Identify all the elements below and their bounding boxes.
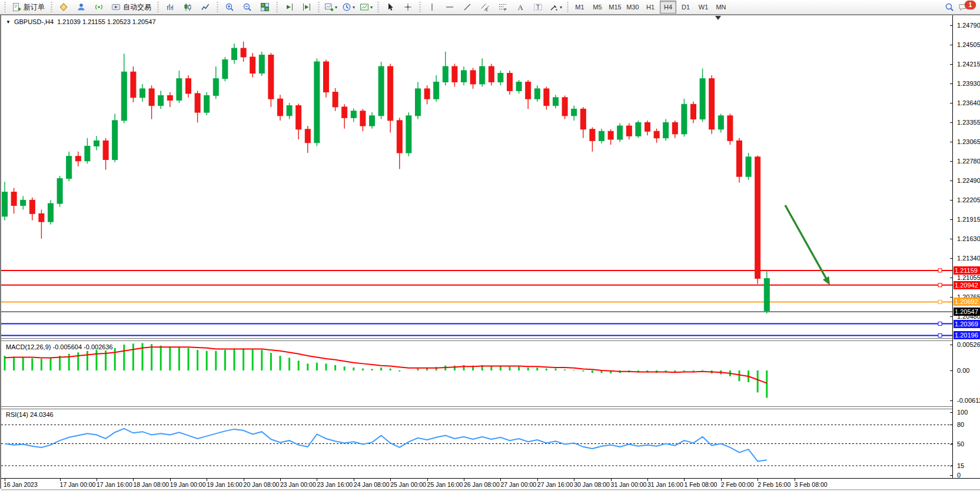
chart-dropdown-icon[interactable]: ▼ (6, 19, 11, 25)
axis-tick (950, 161, 953, 162)
time-axis-label: 19 Jan 16:00 (207, 481, 242, 488)
crosshair-icon (403, 2, 413, 12)
timeframe-button-H1[interactable]: H1 (642, 1, 659, 14)
arrows-button[interactable]: ▾ (547, 0, 564, 14)
toolbar-gripper[interactable] (317, 2, 320, 12)
crosshair-button[interactable] (399, 0, 417, 14)
tile-windows-button[interactable] (256, 0, 274, 14)
signals-button[interactable] (90, 0, 108, 14)
candlestick (654, 131, 659, 138)
new-chart-button[interactable]: ▾ (322, 0, 340, 14)
chevron-down-icon: ▾ (353, 5, 355, 10)
timeframe-button-MN[interactable]: MN (713, 1, 729, 14)
trendline-button[interactable] (459, 0, 476, 14)
axis-tick (950, 258, 953, 259)
line-handle[interactable] (938, 269, 942, 272)
rsi-axis-label: 80 (957, 421, 964, 428)
time-axis-label: 26 Jan 08:00 (464, 481, 500, 488)
price-axis-label: 1.24215 (957, 61, 980, 68)
toolbar-gripper[interactable] (275, 2, 278, 12)
zoom-in-button[interactable] (221, 0, 238, 14)
timeframe-button-M5[interactable]: M5 (589, 1, 606, 14)
bar-chart-button[interactable] (161, 0, 179, 14)
price-axis[interactable]: 1.247901.245051.242151.239301.236401.233… (953, 15, 980, 478)
chart-shift-marker-icon[interactable] (715, 16, 721, 20)
candlestick (443, 66, 448, 82)
search-button[interactable] (941, 0, 958, 14)
main-price-pane[interactable] (1, 15, 952, 338)
timeframe-button-M30[interactable]: M30 (624, 1, 641, 14)
svg-text:F: F (504, 8, 507, 12)
axis-tick (950, 425, 953, 425)
vertical-line-button[interactable] (423, 0, 441, 14)
axis-tick (950, 200, 953, 201)
tile-windows-icon (260, 2, 270, 12)
candlestick (709, 79, 715, 129)
candlestick (360, 111, 366, 126)
toolbar-gripper[interactable] (216, 2, 219, 12)
candlestick (186, 79, 191, 93)
chart-title: ▼ GBPUSD-,H4 1.21039 1.21155 1.20523 1.2… (6, 18, 156, 25)
line-chart-button[interactable] (197, 0, 214, 14)
line-handle[interactable] (938, 283, 942, 287)
equidistant-channel-button[interactable]: E (476, 0, 494, 14)
notifications-button[interactable]: 1 (958, 0, 978, 14)
chart-shift-button[interactable] (298, 0, 315, 14)
timeframe-button-M1[interactable]: M1 (572, 1, 588, 14)
zoom-out-button[interactable] (238, 0, 256, 14)
candlestick (103, 141, 108, 159)
fibonacci-button[interactable]: F (494, 0, 511, 14)
macd-pane[interactable] (1, 340, 952, 406)
new-order-button[interactable]: 新订单 (8, 0, 48, 14)
candlestick (636, 122, 641, 136)
navigator-button[interactable] (72, 0, 90, 14)
toolbar-gripper[interactable] (4, 2, 6, 12)
text-button[interactable]: A (511, 0, 529, 14)
timeframe-button-W1[interactable]: W1 (695, 1, 712, 14)
rsi-line (5, 429, 767, 462)
axis-tick (950, 219, 953, 220)
toolbar-gripper[interactable] (418, 2, 421, 12)
cursor-button[interactable] (381, 0, 399, 14)
toolbar-gripper[interactable] (157, 2, 160, 12)
candle-chart-button[interactable] (179, 0, 197, 14)
candlestick (764, 279, 769, 311)
timeframe-button-H4[interactable]: H4 (660, 1, 676, 14)
candlestick (461, 71, 467, 82)
timeframe-button-D1[interactable]: D1 (677, 1, 694, 14)
candlestick (195, 93, 200, 112)
text-label-button[interactable]: T (529, 0, 547, 14)
candlestick (296, 106, 301, 129)
axis-tick (950, 181, 953, 181)
arrow-annotation[interactable] (785, 205, 828, 281)
candlestick (682, 104, 687, 134)
new-order-label: 新订单 (24, 2, 45, 12)
line-handle[interactable] (938, 300, 942, 303)
candlestick (580, 109, 586, 129)
time-axis[interactable]: 16 Jan 202317 Jan 00:0017 Jan 16:0018 Ja… (1, 478, 980, 490)
candlestick (259, 55, 264, 74)
time-axis-label: 17 Jan 00:00 (60, 481, 96, 488)
timeframe-button-M15[interactable]: M15 (607, 1, 623, 14)
candlestick (370, 116, 375, 126)
period-icon (342, 2, 351, 12)
line-handle[interactable] (938, 322, 942, 326)
horizontal-line-button[interactable] (441, 0, 459, 14)
toolbar-gripper[interactable] (50, 2, 53, 12)
fibo-icon: F (498, 2, 507, 12)
candlestick (663, 122, 669, 138)
toolbar-gripper[interactable] (566, 2, 569, 12)
rsi-pane[interactable] (1, 408, 952, 478)
candlestick (85, 146, 90, 161)
candlestick (608, 131, 613, 139)
toolbar-gripper[interactable] (377, 2, 380, 12)
axis-tick (950, 64, 953, 65)
candlestick (489, 66, 494, 82)
periods-button[interactable]: ▾ (340, 0, 357, 14)
auto-scroll-button[interactable] (280, 0, 298, 14)
templates-button[interactable]: ▾ (357, 0, 375, 14)
autotrading-button[interactable]: 自动交易 (108, 0, 155, 14)
candlestick (314, 62, 320, 143)
line-handle[interactable] (938, 333, 942, 337)
market-watch-button[interactable] (55, 0, 72, 14)
